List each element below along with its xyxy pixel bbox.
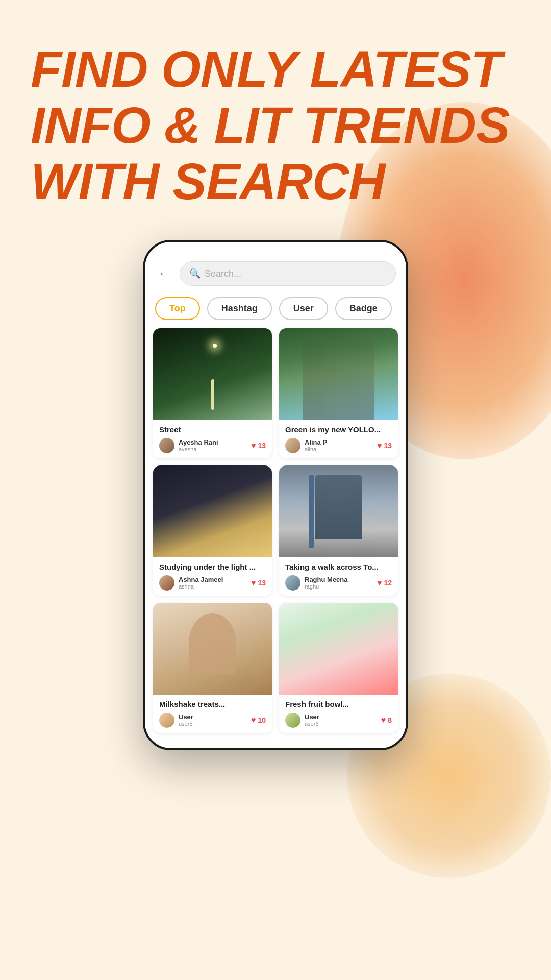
search-icon: 🔍 — [189, 268, 201, 279]
avatar — [159, 438, 174, 453]
tab-top[interactable]: Top — [155, 297, 200, 320]
heart-icon: ♥ — [251, 716, 256, 725]
avatar — [285, 575, 300, 591]
search-bar[interactable]: 🔍 Search... — [180, 261, 396, 286]
post-meta: User user6 ♥ 8 — [285, 713, 392, 728]
author-info: User user5 — [179, 713, 193, 728]
post-meta: Alina P alina ♥ 13 — [285, 438, 392, 453]
post-author: Ayesha Rani ayesha — [159, 438, 218, 453]
post-author: Raghu Meena raghu — [285, 575, 348, 591]
post-image — [279, 465, 398, 557]
post-card[interactable]: Taking a walk across To... Raghu Meena r… — [279, 465, 398, 596]
post-title: Street — [159, 425, 266, 434]
likes-number: 13 — [258, 442, 266, 450]
tab-user[interactable]: User — [279, 297, 328, 320]
post-title: Taking a walk across To... — [285, 562, 392, 571]
post-meta: Raghu Meena raghu ♥ 12 — [285, 575, 392, 591]
likes-count: ♥ 10 — [251, 716, 266, 725]
likes-count: ♥ 13 — [377, 441, 392, 450]
avatar — [285, 713, 300, 728]
post-info: Milkshake treats... User user5 ♥ — [153, 695, 272, 733]
heart-icon: ♥ — [377, 441, 382, 450]
post-image — [279, 603, 398, 695]
author-name: Alina P — [305, 438, 327, 447]
author-name: Ashna Jameel — [179, 576, 223, 584]
avatar — [285, 438, 300, 453]
posts-grid: Street Ayesha Rani ayesha ♥ — [145, 328, 406, 733]
author-handle: alina — [305, 446, 327, 453]
post-card[interactable]: Studying under the light ... Ashna Jamee… — [153, 465, 272, 596]
post-meta: Ayesha Rani ayesha ♥ 13 — [159, 438, 266, 453]
post-card[interactable]: Street Ayesha Rani ayesha ♥ — [153, 328, 272, 458]
back-button[interactable]: ← — [155, 264, 173, 283]
heart-icon: ♥ — [381, 716, 386, 725]
author-handle: ayesha — [179, 446, 218, 453]
author-info: Ashna Jameel ashna — [179, 576, 223, 591]
author-handle: user6 — [305, 721, 319, 727]
post-image — [153, 465, 272, 557]
search-placeholder-text: Search... — [205, 268, 241, 279]
post-card[interactable]: Milkshake treats... User user5 ♥ — [153, 603, 272, 733]
author-info: Alina P alina — [305, 438, 327, 453]
author-info: User user6 — [305, 713, 319, 728]
likes-number: 8 — [388, 716, 392, 724]
post-info: Fresh fruit bowl... User user6 ♥ — [279, 695, 398, 733]
post-image — [279, 328, 398, 420]
tab-hashtag[interactable]: Hashtag — [207, 297, 272, 320]
heart-icon: ♥ — [251, 578, 256, 587]
post-image — [153, 603, 272, 695]
post-card[interactable]: Green is my new YOLLO... Alina P alina — [279, 328, 398, 458]
author-handle: raghu — [305, 583, 348, 590]
likes-count: ♥ 13 — [251, 578, 266, 587]
post-title: Studying under the light ... — [159, 562, 266, 571]
author-name: Ayesha Rani — [179, 438, 218, 447]
post-title: Milkshake treats... — [159, 700, 266, 708]
post-title: Fresh fruit bowl... — [285, 700, 392, 708]
author-name: Raghu Meena — [305, 576, 348, 584]
author-info: Raghu Meena raghu — [305, 576, 348, 591]
author-handle: ashna — [179, 583, 223, 590]
phone-mockup: ← 🔍 Search... Top Hashtag User Badge — [31, 240, 520, 750]
tab-badge[interactable]: Badge — [335, 297, 392, 320]
post-card[interactable]: Fresh fruit bowl... User user6 ♥ — [279, 603, 398, 733]
post-meta: User user5 ♥ 10 — [159, 713, 266, 728]
likes-number: 13 — [258, 579, 266, 587]
likes-count: ♥ 12 — [377, 578, 392, 587]
likes-count: ♥ 8 — [381, 716, 392, 725]
heart-icon: ♥ — [377, 578, 382, 587]
likes-count: ♥ 13 — [251, 441, 266, 450]
heart-icon: ♥ — [251, 441, 256, 450]
phone-screen: ← 🔍 Search... Top Hashtag User Badge — [143, 240, 408, 750]
post-info: Taking a walk across To... Raghu Meena r… — [279, 557, 398, 596]
avatar — [159, 713, 174, 728]
avatar — [159, 575, 174, 591]
author-name: User — [305, 713, 319, 721]
likes-number: 13 — [384, 442, 392, 450]
post-image — [153, 328, 272, 420]
post-title: Green is my new YOLLO... — [285, 425, 392, 434]
filter-tabs: Top Hashtag User Badge — [145, 291, 406, 328]
post-info: Green is my new YOLLO... Alina P alina — [279, 420, 398, 458]
search-row: ← 🔍 Search... — [145, 252, 406, 291]
author-handle: user5 — [179, 721, 193, 727]
post-info: Studying under the light ... Ashna Jamee… — [153, 557, 272, 596]
author-info: Ayesha Rani ayesha — [179, 438, 218, 453]
post-author: User user5 — [159, 713, 193, 728]
post-author: Alina P alina — [285, 438, 327, 453]
headline: FIND ONLY LATEST INFO & LIT TRENDS WITH … — [31, 41, 520, 209]
likes-number: 10 — [258, 716, 266, 724]
post-author: Ashna Jameel ashna — [159, 575, 223, 591]
likes-number: 12 — [384, 579, 392, 587]
post-author: User user6 — [285, 713, 319, 728]
post-info: Street Ayesha Rani ayesha ♥ — [153, 420, 272, 458]
post-meta: Ashna Jameel ashna ♥ 13 — [159, 575, 266, 591]
author-name: User — [179, 713, 193, 721]
